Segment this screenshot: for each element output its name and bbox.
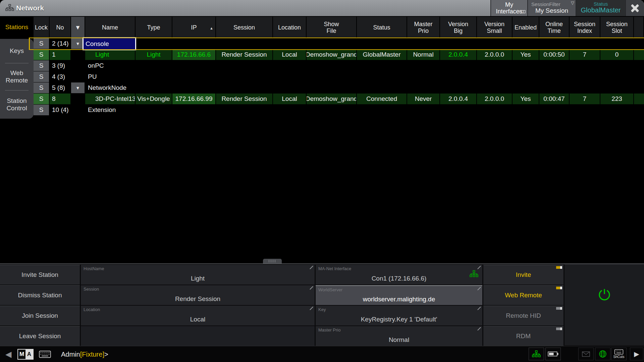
ma-net-interface-field[interactable]: MA-Net Interface Con1 (172.16.66.6) [316, 265, 482, 285]
cell-name[interactable]: PU [85, 71, 136, 82]
close-button[interactable] [625, 0, 644, 16]
column-header-lock[interactable]: Lock [34, 17, 50, 38]
cell-type[interactable]: Light [136, 49, 172, 60]
cell-session[interactable]: Render Session [216, 94, 273, 104]
cell-no[interactable]: 1 [50, 49, 71, 60]
cell-name[interactable]: 3D-PC-Intel13900 [85, 94, 136, 104]
table-row[interactable]: S83D-PC-Intel13900Vis+Dongle172.16.66.99… [34, 94, 644, 105]
status-button[interactable]: Status GlobalMaster [576, 0, 625, 16]
cell-session_index[interactable]: 7 [570, 49, 600, 60]
cell-lock[interactable]: S [34, 60, 50, 71]
cell-expander[interactable] [71, 49, 85, 60]
cell-expander[interactable] [71, 94, 85, 104]
cell-no[interactable]: 8 [50, 94, 71, 104]
cell-status[interactable]: GlobalMaster [357, 49, 407, 60]
cell-session_slot[interactable]: 223 [600, 94, 634, 104]
cell-location[interactable]: Local [273, 49, 307, 60]
table-row[interactable]: S5 (8)▼NetworkNode [34, 82, 644, 94]
cell-ip[interactable]: 172.16.66.6 [172, 49, 216, 60]
cell-master_prio[interactable]: Never [407, 94, 440, 104]
cell-version_small[interactable]: 2.0.0.0 [477, 49, 513, 60]
column-header-show-file[interactable]: Show File [307, 17, 357, 38]
cell-session_slot[interactable]: 0 [600, 49, 634, 60]
cell-lock[interactable]: S [34, 71, 50, 82]
join-session-button[interactable]: Join Session [0, 306, 80, 325]
column-header-name[interactable]: Name [85, 17, 136, 38]
table-row[interactable]: S1LightLight172.16.66.6Render SessionLoc… [34, 49, 644, 60]
cell-lock[interactable]: S [34, 105, 50, 115]
column-header-online-time[interactable]: Online Time [539, 17, 570, 38]
sidebar-item-station-control[interactable]: Station Control [0, 90, 34, 119]
my-interfaces-button[interactable]: My Interfaces [490, 0, 527, 16]
table-row[interactable]: S10 (4)Extension [34, 105, 644, 116]
cell-online_time[interactable]: 0:00:47 [539, 94, 570, 104]
name-edit-field[interactable]: Console [83, 37, 136, 50]
session-field[interactable]: Session Render Session [81, 285, 315, 305]
invite-station-button[interactable]: Invite Station [0, 265, 80, 285]
play-button[interactable]: ▶ [630, 348, 643, 360]
column-header-master-prio[interactable]: Master Prio [407, 17, 440, 38]
hostname-field[interactable]: HostName Light [81, 265, 315, 285]
cell-no[interactable]: 10 (4) [50, 105, 71, 115]
cell-name[interactable]: NetworkNode [85, 82, 136, 93]
location-field[interactable]: Location Local [81, 306, 315, 325]
session-filter-button[interactable]: SessionFilter My Session ▽ [527, 0, 576, 16]
cell-expander[interactable] [71, 60, 85, 71]
column-header-ip[interactable]: IP ▲ [172, 17, 216, 38]
cell-name[interactable]: Light [85, 49, 136, 60]
messages-button[interactable] [578, 348, 594, 360]
table-row[interactable]: S4 (3)PU [34, 71, 644, 82]
web-remote-button[interactable]: Web Remote [483, 285, 564, 305]
cell-session_index[interactable]: 7 [570, 94, 600, 104]
column-header-session-slot[interactable]: Session Slot [600, 17, 634, 38]
cell-show_file[interactable]: Demoshow_grand [307, 94, 357, 104]
key-field[interactable]: Key KeyRegistry.Key 1 'Default' [316, 306, 482, 325]
cell-no[interactable]: 3 (9) [50, 60, 71, 71]
cell-expander[interactable]: ▼ [71, 82, 85, 93]
cell-version_small[interactable]: 2.0.0.0 [477, 94, 513, 104]
battery-status-button[interactable] [545, 348, 561, 360]
column-header-enabled[interactable]: Enabled [513, 17, 539, 38]
column-header-session[interactable]: Session [216, 17, 273, 38]
cell-no[interactable]: 4 (3) [50, 71, 71, 82]
command-line-input[interactable]: Admin[Fixture]> [61, 346, 108, 362]
cell-location[interactable]: Local [273, 94, 307, 104]
column-header-session-index[interactable]: Session Index [570, 17, 600, 38]
invite-button[interactable]: Invite [483, 265, 564, 285]
cell-lock[interactable]: S [34, 38, 50, 49]
expander-icon[interactable]: ▼ [76, 41, 80, 46]
dismiss-station-button[interactable]: Dismiss Station [0, 285, 80, 305]
keyboard-icon[interactable] [39, 350, 51, 360]
rdm-button[interactable]: RDM [483, 326, 564, 346]
sidebar-item-stations[interactable]: Stations [0, 16, 34, 38]
splitter-handle[interactable] [263, 259, 282, 263]
column-header-no[interactable]: No [50, 17, 71, 38]
column-header-status[interactable]: Status [357, 17, 407, 38]
table-row[interactable]: S3 (9)onPC [34, 60, 644, 71]
back-icon[interactable]: ◀ [5, 346, 11, 362]
leave-session-button[interactable]: Leave Session [0, 326, 80, 346]
cell-lock[interactable]: S [34, 94, 50, 104]
cell-lock[interactable]: S [34, 49, 50, 60]
worldserver-field[interactable]: WorldServer worldserver.malighting.de [316, 285, 482, 305]
cell-enabled[interactable]: Yes [513, 49, 539, 60]
world-button[interactable] [595, 348, 610, 360]
cell-expander[interactable] [71, 105, 85, 115]
sidebar-item-web-remote[interactable]: Web Remote [0, 63, 34, 90]
column-header-version-big[interactable]: Version Big [440, 17, 477, 38]
cell-no[interactable]: 5 (8) [50, 82, 71, 93]
column-header-expander[interactable]: ▼ [71, 17, 85, 38]
column-header-version-small[interactable]: Version Small [477, 17, 513, 38]
shortcuts-button[interactable]: ShCuts [611, 348, 627, 360]
power-button[interactable] [565, 264, 644, 345]
master-prio-field[interactable]: Master Prio Normal [316, 326, 482, 346]
cell-name[interactable]: onPC [85, 60, 136, 71]
column-header-location[interactable]: Location [273, 17, 307, 38]
expander-icon[interactable]: ▼ [76, 85, 80, 90]
cell-status[interactable]: Connected [357, 94, 407, 104]
cell-version_big[interactable]: 2.0.0.4 [440, 94, 477, 104]
sidebar-item-keys[interactable]: Keys [0, 39, 34, 63]
cell-name[interactable]: Extension [85, 105, 136, 115]
cell-master_prio[interactable]: Normal [407, 49, 440, 60]
cell-no[interactable]: 2 (14) [50, 38, 71, 49]
